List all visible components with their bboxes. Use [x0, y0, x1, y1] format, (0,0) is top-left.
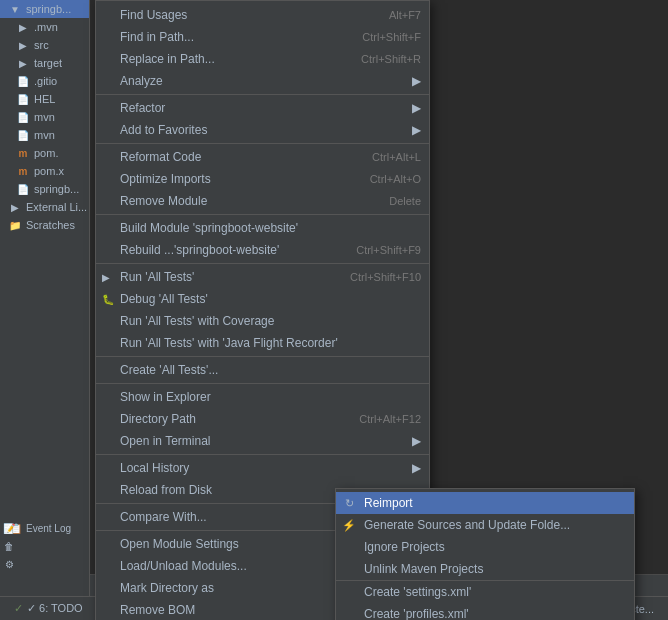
expand-icon: ▶	[8, 200, 22, 214]
menu-create-all-tests[interactable]: Create 'All Tests'...	[96, 359, 429, 381]
item-label: pom.	[34, 147, 58, 159]
file-icon: 📄	[16, 74, 30, 88]
menu-find-in-path[interactable]: Find in Path... Ctrl+Shift+F	[96, 26, 429, 48]
menu-analyze[interactable]: Analyze ▶	[96, 70, 429, 92]
menu-remove-module[interactable]: Remove Module Delete	[96, 190, 429, 212]
debug-icon: 🐛	[102, 294, 114, 305]
file-icon: 📄	[16, 128, 30, 142]
sidebar-item-hel[interactable]: 📄 HEL	[0, 90, 89, 108]
folder-icon: 📁	[8, 218, 22, 232]
menu-add-favorites[interactable]: Add to Favorites ▶	[96, 119, 429, 141]
submenu-create-settings[interactable]: Create 'settings.xml'	[336, 581, 634, 603]
submenu-ignore-projects[interactable]: Ignore Projects	[336, 536, 634, 558]
item-label: .mvn	[34, 21, 58, 33]
item-label: External Li...	[26, 201, 87, 213]
sidebar-item-pom[interactable]: m pom.	[0, 144, 89, 162]
menu-local-history[interactable]: Local History ▶	[96, 457, 429, 479]
menu-optimize-imports[interactable]: Optimize Imports Ctrl+Alt+O	[96, 168, 429, 190]
todo-label: ✓ 6: TODO	[27, 602, 83, 615]
sidebar-item-target[interactable]: ▶ target	[0, 54, 89, 72]
todo-tab[interactable]: ✓ ✓ 6: TODO	[8, 600, 89, 617]
item-label: HEL	[34, 93, 55, 105]
project-label: springb...	[26, 3, 71, 15]
item-label: mvn	[34, 111, 55, 123]
event-log-label: Event Log	[26, 523, 71, 534]
menu-show-in-explorer[interactable]: Show in Explorer	[96, 386, 429, 408]
separator-5	[96, 356, 429, 357]
tool-button-2[interactable]: 🗑	[1, 538, 17, 554]
item-label: target	[34, 57, 62, 69]
item-label: Scratches	[26, 219, 75, 231]
separator-1	[96, 94, 429, 95]
menu-run-all-tests[interactable]: ▶ Run 'All Tests' Ctrl+Shift+F10	[96, 266, 429, 288]
menu-replace-in-path[interactable]: Replace in Path... Ctrl+Shift+R	[96, 48, 429, 70]
submenu-create-profiles[interactable]: Create 'profiles.xml'	[336, 603, 634, 620]
expand-icon: ▼	[8, 2, 22, 16]
reimport-icon: ↻	[340, 494, 358, 512]
sidebar-item-mvnw[interactable]: 📄 mvn	[0, 108, 89, 126]
folder-icon: ▶	[16, 38, 30, 52]
folder-icon: ▶	[16, 20, 30, 34]
separator-2	[96, 143, 429, 144]
sidebar-item-springb[interactable]: 📄 springb...	[0, 180, 89, 198]
menu-directory-path[interactable]: Directory Path Ctrl+Alt+F12	[96, 408, 429, 430]
maven-icon: m	[16, 164, 30, 178]
menu-debug-all-tests[interactable]: 🐛 Debug 'All Tests'	[96, 288, 429, 310]
file-icon: 📄	[16, 110, 30, 124]
menu-open-in-terminal[interactable]: Open in Terminal ▶	[96, 430, 429, 452]
sidebar-item-project[interactable]: ▼ springb...	[0, 0, 89, 18]
maven-submenu: ↻ Reimport ⚡ Generate Sources and Update…	[335, 488, 635, 620]
file-icon: 📄	[16, 92, 30, 106]
item-label: pom.x	[34, 165, 64, 177]
menu-rebuild[interactable]: Rebuild ...'springboot-website' Ctrl+Shi…	[96, 239, 429, 261]
file-icon: 📄	[16, 182, 30, 196]
separator-6	[96, 383, 429, 384]
separator-4	[96, 263, 429, 264]
sidebar-item-gitio[interactable]: 📄 .gitio	[0, 72, 89, 90]
submenu-reimport[interactable]: ↻ Reimport	[336, 492, 634, 514]
sidebar-item-external-libs[interactable]: ▶ External Li...	[0, 198, 89, 216]
generate-icon: ⚡	[340, 516, 358, 534]
menu-refactor[interactable]: Refactor ▶	[96, 97, 429, 119]
menu-reformat-code[interactable]: Reformat Code Ctrl+Alt+L	[96, 146, 429, 168]
submenu-generate-sources[interactable]: ⚡ Generate Sources and Update Folde...	[336, 514, 634, 536]
maven-icon: m	[16, 146, 30, 160]
sidebar-item-scratches[interactable]: 📁 Scratches	[0, 216, 89, 234]
sidebar-item-mvn[interactable]: ▶ .mvn	[0, 18, 89, 36]
menu-run-with-recorder[interactable]: Run 'All Tests' with 'Java Flight Record…	[96, 332, 429, 354]
sidebar-item-pomx[interactable]: m pom.x	[0, 162, 89, 180]
separator-7	[96, 454, 429, 455]
item-label: mvn	[34, 129, 55, 141]
folder-icon: ▶	[16, 56, 30, 70]
submenu-unlink-maven[interactable]: Unlink Maven Projects	[336, 558, 634, 580]
item-label: .gitio	[34, 75, 57, 87]
tool-button-3[interactable]: ⚙	[1, 556, 17, 572]
tool-button-1[interactable]: 📝	[1, 520, 17, 536]
todo-icon: ✓	[14, 602, 23, 615]
sidebar-item-src[interactable]: ▶ src	[0, 36, 89, 54]
sidebar-item-mvnw2[interactable]: 📄 mvn	[0, 126, 89, 144]
separator-3	[96, 214, 429, 215]
item-label: src	[34, 39, 49, 51]
menu-build-module[interactable]: Build Module 'springboot-website'	[96, 217, 429, 239]
menu-find-usages[interactable]: Find Usages Alt+F7	[96, 4, 429, 26]
run-icon: ▶	[102, 272, 110, 283]
item-label: springb...	[34, 183, 79, 195]
menu-run-with-coverage[interactable]: Run 'All Tests' with Coverage	[96, 310, 429, 332]
